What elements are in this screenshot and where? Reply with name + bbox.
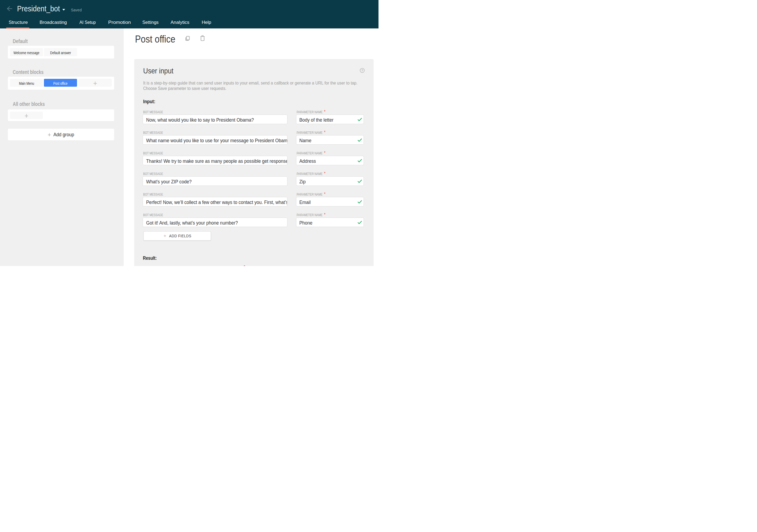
- svg-text:?: ?: [361, 69, 363, 72]
